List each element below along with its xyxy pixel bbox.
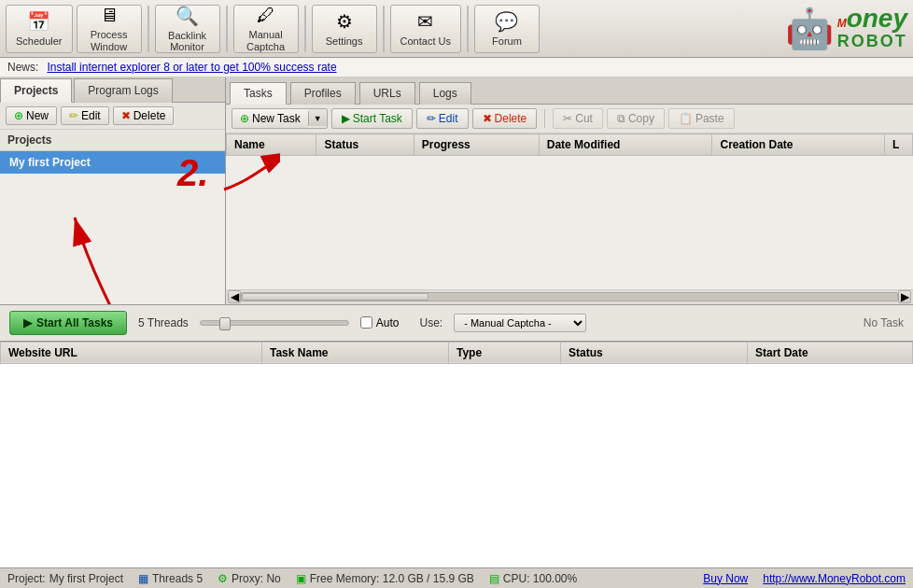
- bottom-col-website-url: Website URL: [1, 342, 262, 363]
- scheduler-button[interactable]: 📅 Scheduler: [6, 5, 73, 53]
- bottom-col-start-date: Start Date: [748, 342, 913, 363]
- start-all-tasks-button[interactable]: ▶ Start All Tasks: [9, 311, 127, 335]
- settings-label: Settings: [326, 35, 363, 47]
- paste-button[interactable]: 📋 Paste: [668, 108, 735, 129]
- status-threads: ▦ Threads 5: [138, 572, 203, 585]
- cpu-icon: ▤: [489, 572, 499, 585]
- backlink-monitor-button[interactable]: 🔍 BacklinkMonitor: [155, 5, 220, 53]
- news-bar: News: Install internet explorer 8 or lat…: [0, 58, 913, 77]
- news-prefix: News:: [7, 61, 38, 74]
- start-task-button[interactable]: ▶ Start Task: [331, 108, 413, 129]
- toolbar-sep-right: [544, 109, 545, 128]
- use-label: Use:: [420, 316, 443, 329]
- edit-task-label: Edit: [439, 112, 458, 125]
- scroll-thumb[interactable]: [242, 293, 428, 301]
- project-name: My first Project: [49, 572, 123, 585]
- tab-profiles[interactable]: Profiles: [290, 82, 356, 105]
- memory-icon: ▣: [296, 572, 306, 585]
- horizontal-scrollbar[interactable]: ◀ ▶: [226, 289, 913, 304]
- cut-button[interactable]: ✂ Cut: [553, 108, 603, 129]
- threads-status-label: Threads 5: [152, 572, 203, 585]
- status-proxy: ⚙ Proxy: No: [218, 572, 281, 585]
- projects-section-header: Projects: [0, 130, 225, 151]
- tab-tasks[interactable]: Tasks: [230, 82, 287, 105]
- new-task-dropdown-arrow[interactable]: ▼: [308, 111, 327, 126]
- proxy-icon: ⚙: [218, 572, 228, 585]
- col-status: Status: [316, 134, 414, 156]
- threads-slider-thumb[interactable]: [219, 317, 231, 330]
- edit-task-button[interactable]: ✏ Edit: [416, 108, 469, 129]
- bottom-col-task-name: Task Name: [262, 342, 449, 363]
- contact-us-button[interactable]: ✉ Contact Us: [390, 5, 461, 53]
- manual-captcha-label: ManualCaptcha: [246, 29, 285, 51]
- status-cpu: ▤ CPU: 100.00%: [489, 572, 577, 585]
- edit-label: Edit: [81, 109, 101, 122]
- delete-project-button[interactable]: ✖ Delete: [113, 106, 175, 125]
- tab-projects[interactable]: Projects: [0, 78, 72, 103]
- logo-area: 🤖 Money ROBOT: [785, 6, 907, 51]
- process-window-button[interactable]: 🖥 ProcessWindow: [77, 5, 142, 53]
- delete-task-icon: ✖: [483, 112, 492, 125]
- forum-button[interactable]: 💬 Forum: [474, 5, 540, 53]
- edit-project-button[interactable]: ✏ Edit: [61, 106, 109, 125]
- contact-us-icon: ✉: [417, 10, 433, 33]
- scroll-left-button[interactable]: ◀: [228, 290, 241, 303]
- new-task-button[interactable]: ⊕ New Task ▼: [232, 108, 328, 129]
- copy-button[interactable]: ⧉ Copy: [607, 108, 665, 129]
- cut-icon: ✂: [563, 112, 572, 125]
- buy-now-link[interactable]: Buy Now: [703, 572, 748, 585]
- delete-label: Delete: [133, 109, 166, 122]
- news-link[interactable]: Install internet explorer 8 or later to …: [47, 61, 336, 74]
- logo-robot-text: ROBOT: [837, 32, 907, 51]
- manual-captcha-icon: 🖊: [257, 5, 275, 26]
- col-progress: Progress: [414, 134, 539, 156]
- edit-task-icon: ✏: [427, 112, 436, 125]
- tab-program-logs[interactable]: Program Logs: [74, 78, 172, 103]
- start-task-label: Start Task: [353, 112, 402, 125]
- memory-label: Free Memory: 12.0 GB / 15.9 GB: [310, 572, 474, 585]
- website-link[interactable]: http://www.MoneyRobot.com: [763, 572, 906, 585]
- bottom-control-bar: ▶ Start All Tasks 5 Threads Auto Use: - …: [0, 304, 913, 342]
- col-name: Name: [227, 134, 316, 156]
- bottom-col-type: Type: [449, 342, 561, 363]
- threads-icon: ▦: [138, 572, 148, 585]
- scroll-right-button[interactable]: ▶: [898, 290, 911, 303]
- manual-captcha-button[interactable]: 🖊 ManualCaptcha: [233, 5, 299, 53]
- tab-urls[interactable]: URLs: [359, 82, 415, 105]
- tab-logs[interactable]: Logs: [419, 82, 471, 105]
- scroll-track[interactable]: [241, 292, 898, 301]
- copy-icon: ⧉: [617, 112, 625, 125]
- settings-button[interactable]: ⚙ Settings: [312, 5, 377, 53]
- logo-robot: 🤖: [785, 6, 834, 51]
- task-table-container[interactable]: Name Status Progress Date Modified Creat…: [226, 133, 913, 289]
- project-item-my-first-project[interactable]: My first Project: [0, 151, 225, 174]
- status-memory: ▣ Free Memory: 12.0 GB / 15.9 GB: [296, 572, 474, 585]
- backlink-monitor-label: BacklinkMonitor: [168, 30, 206, 52]
- right-panel: Tasks Profiles URLs Logs ⊕ New Task ▼ ▶ …: [226, 77, 913, 304]
- process-window-icon: 🖥: [100, 5, 119, 26]
- captcha-select[interactable]: - Manual Captcha -: [454, 314, 586, 332]
- main-area: Projects Program Logs ⊕ New ✏ Edit ✖ Del…: [0, 77, 913, 304]
- new-task-main[interactable]: ⊕ New Task: [232, 109, 308, 128]
- forum-icon: 💬: [495, 10, 518, 33]
- toolbar-sep-3: [304, 6, 306, 52]
- new-project-button[interactable]: ⊕ New: [6, 106, 57, 125]
- toolbar-sep-5: [467, 6, 469, 52]
- threads-count-label: 5 Threads: [138, 316, 189, 329]
- process-window-label: ProcessWindow: [91, 29, 128, 51]
- toolbar-sep-4: [383, 6, 385, 52]
- threads-slider[interactable]: [200, 320, 349, 326]
- scheduler-icon: 📅: [27, 10, 50, 33]
- start-all-icon: ▶: [23, 316, 32, 329]
- cut-label: Cut: [575, 112, 593, 125]
- delete-task-button[interactable]: ✖ Delete: [472, 108, 538, 129]
- auto-checkbox[interactable]: [360, 316, 372, 329]
- new-label: New: [26, 109, 49, 122]
- contact-us-label: Contact Us: [400, 35, 451, 47]
- auto-checkbox-container[interactable]: Auto: [360, 316, 400, 329]
- toolbar-sep-2: [226, 6, 228, 52]
- scheduler-label: Scheduler: [16, 35, 63, 47]
- backlink-monitor-icon: 🔍: [176, 5, 199, 27]
- col-date-modified: Date Modified: [539, 134, 712, 156]
- paste-icon: 📋: [679, 112, 693, 125]
